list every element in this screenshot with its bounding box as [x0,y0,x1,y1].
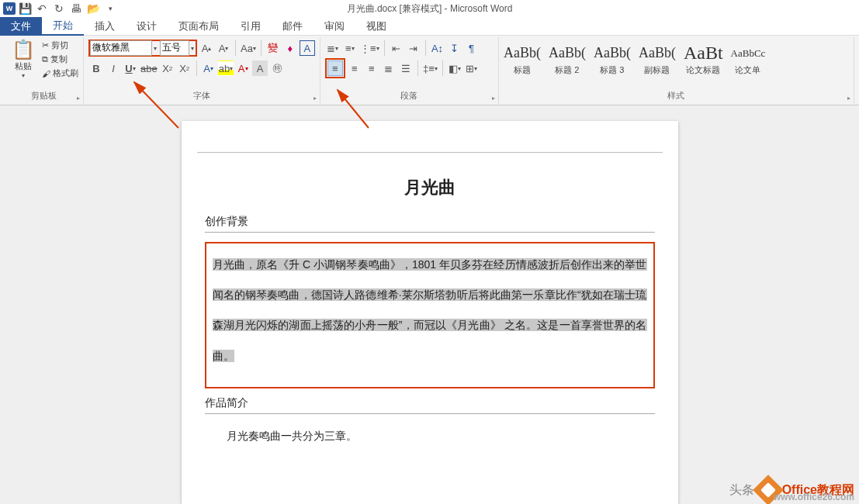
quick-access-toolbar: W 💾 ↶ ↻ 🖶 📂 ▾ [0,1,118,16]
cut-button[interactable]: ✂剪切 [42,39,78,52]
italic-button[interactable]: I [106,60,121,76]
style-heading2: AaBb(标题 2 [549,43,586,76]
group-label-paragraph: 段落 [325,88,494,103]
page: 月光曲 创作背景 月光曲，原名《升 C 小调钢琴奏鸣曲》，1801 年贝多芬在经… [182,121,678,504]
redo-icon[interactable]: ↻ [51,1,67,16]
group-clipboard: 📋 粘贴 ▾ ✂剪切 ⧉复制 🖌格式刷 剪贴板 [5,37,84,105]
group-paragraph: ≣▾ ≡▾ ⋮≡▾ ⇤ ⇥ A↕ ↧ ¶ ≡ ≡ ≡ ≣ ☰ ‡≡▾ [320,37,499,105]
phonetic-guide-button[interactable]: 變 [265,40,281,56]
char-shade-button[interactable]: A [252,60,268,76]
grow-font-button[interactable]: A▴ [199,40,214,56]
title-bar: W 💾 ↶ ↻ 🖶 📂 ▾ 月光曲.docx [兼容模式] - Microsof… [0,0,859,17]
tab-view[interactable]: 视图 [355,17,397,36]
qat-more-icon[interactable]: ▾ [102,1,118,16]
enclosed-char-button[interactable]: ㊕ [269,60,285,76]
copy-button[interactable]: ⧉复制 [42,53,78,66]
style-paper-title: AaBt论文标题 [684,43,723,76]
subscript-button[interactable]: X2 [160,60,175,76]
selected-paragraph-highlight: 月光曲，原名《升 C 小调钢琴奏鸣曲》，1801 年贝多芬在经历情感波折后创作出… [205,242,655,388]
copy-icon: ⧉ [42,54,48,64]
group-label-styles: 样式 [504,88,849,103]
chevron-down-icon: ▾ [22,72,25,79]
font-name-select[interactable]: 微软雅黑 [90,40,152,56]
show-marks-button[interactable]: ¶ [464,40,480,56]
word-app-icon: W [3,2,16,15]
style-subtitle: AaBb(副标题 [639,43,676,76]
tab-home[interactable]: 开始 [42,17,84,36]
document-area[interactable]: 月光曲 创作背景 月光曲，原名《升 C 小调钢琴奏鸣曲》，1801 年贝多芬在经… [0,105,859,504]
tab-design[interactable]: 设计 [126,17,168,36]
group-font: 微软雅黑▾ 五号▾ A▴ A▾ Aa▾ 變 ♦ A B I U▾ abe X2 … [84,37,320,105]
align-right-button[interactable]: ≡ [364,60,379,76]
open-icon[interactable]: 📂 [85,1,101,16]
tab-layout[interactable]: 页面布局 [168,17,230,36]
font-color-button[interactable]: A▾ [235,60,251,76]
align-left-button[interactable]: ≡ [347,60,362,76]
tab-mailings[interactable]: 邮件 [272,17,313,36]
chevron-down-icon[interactable]: ▾ [189,45,196,52]
shrink-font-button[interactable]: A▾ [216,40,231,56]
styles-gallery[interactable]: AaBb(标题 AaBb(标题 2 AaBb(标题 3 AaBb(副标题 AaB… [504,39,849,79]
line-spacing-button[interactable]: ‡≡▾ [422,60,438,76]
style-title: AaBb(标题 [504,43,541,76]
group-styles: AaBb(标题 AaBb(标题 2 AaBb(标题 3 AaBb(副标题 AaB… [499,37,854,105]
undo-icon[interactable]: ↶ [34,1,50,16]
center-align-highlight: ≡ [325,58,345,78]
increase-indent-button[interactable]: ⇥ [406,40,421,56]
text-direction-button[interactable]: A↕ [430,40,445,56]
text-effects-button[interactable]: A▾ [201,60,216,76]
style-paper-single: AaBbCc论文单 [731,43,766,76]
selected-text[interactable]: 月光曲，原名《升 C 小调钢琴奏鸣曲》，1801 年贝多芬在经历情感波折后创作出… [213,258,647,362]
section-title-1: 创作背景 [205,215,655,233]
sort-button[interactable]: ↧ [447,40,462,56]
bold-button[interactable]: B [88,60,104,76]
brush-icon: 🖌 [42,69,50,78]
borders-button[interactable]: ⊞▾ [464,60,480,76]
doc-title: 月光曲 [205,176,655,199]
align-distribute-button[interactable]: ☰ [398,60,414,76]
watermark: 头条 Office教程网 www.office26.com [729,479,854,501]
ribbon: 📋 粘贴 ▾ ✂剪切 ⧉复制 🖌格式刷 剪贴板 微软雅黑▾ 五号▾ A▴ A▾ [0,36,859,105]
scissors-icon: ✂ [42,40,49,50]
multilevel-button[interactable]: ⋮≡▾ [359,40,380,56]
group-label-clipboard: 剪贴板 [9,88,78,103]
tab-insert[interactable]: 插入 [84,17,126,36]
underline-button[interactable]: U▾ [123,60,138,76]
paste-icon: 📋 [12,39,35,60]
change-case-button[interactable]: Aa▾ [240,40,257,56]
tab-file[interactable]: 文件 [0,17,42,36]
strikethrough-button[interactable]: abe [140,60,158,76]
superscript-button[interactable]: X2 [177,60,192,76]
font-select-highlight: 微软雅黑▾ 五号▾ [88,40,197,57]
tab-references[interactable]: 引用 [230,17,272,36]
group-label-font: 字体 [88,88,315,103]
chevron-down-icon[interactable]: ▾ [152,45,158,52]
clear-format-button[interactable]: ♦ [282,40,298,56]
char-border-button[interactable]: A [300,40,315,56]
format-painter-button[interactable]: 🖌格式刷 [42,67,78,80]
font-size-select[interactable]: 五号 [160,40,189,56]
ribbon-tabs: 文件 开始 插入 设计 页面布局 引用 邮件 审阅 视图 [0,17,859,36]
tab-review[interactable]: 审阅 [313,17,355,36]
align-center-button[interactable]: ≡ [327,60,343,76]
numbering-button[interactable]: ≡▾ [342,40,358,56]
decrease-indent-button[interactable]: ⇤ [389,40,404,56]
highlight-button[interactable]: ab▾ [218,60,234,76]
shading-button[interactable]: ◧▾ [447,60,462,76]
save-icon[interactable]: 💾 [17,1,33,16]
style-heading3: AaBb(标题 3 [594,43,631,76]
bullets-button[interactable]: ≣▾ [325,40,341,56]
window-title: 月光曲.docx [兼容模式] - Microsoft Word [347,2,513,16]
print-preview-icon[interactable]: 🖶 [68,1,84,16]
paste-button[interactable]: 📋 粘贴 ▾ [9,39,37,78]
align-justify-button[interactable]: ≣ [381,60,397,76]
section-title-2: 作品简介 [205,396,655,414]
body-paragraph-2: 月光奏鸣曲一共分为三章。 [205,423,655,450]
